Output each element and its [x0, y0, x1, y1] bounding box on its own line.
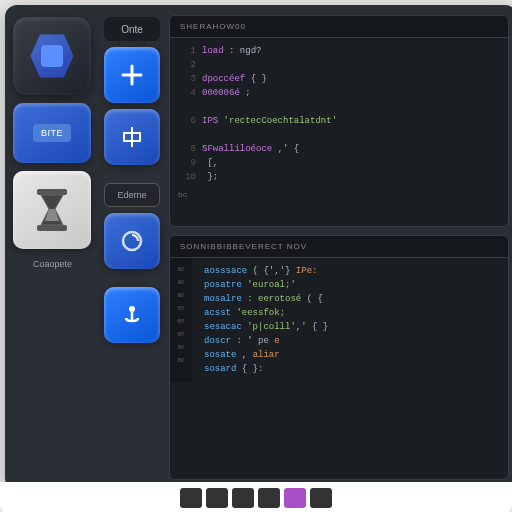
panel-top-title: SHERAHOW00	[170, 16, 508, 38]
badge-button[interactable]: BITE	[13, 103, 91, 163]
hourglass-caption: Coaopete	[13, 259, 92, 269]
keyboard-bar	[0, 482, 512, 512]
key[interactable]	[258, 488, 280, 508]
key[interactable]	[310, 488, 332, 508]
key[interactable]	[232, 488, 254, 508]
hourglass-button[interactable]	[13, 171, 91, 249]
plus-button[interactable]	[104, 47, 160, 103]
key-accent[interactable]	[284, 488, 306, 508]
refresh-icon	[119, 228, 145, 254]
align-center-icon	[118, 123, 146, 151]
panel-bottom-title: SONNIBBIBBEVERECT NOV	[170, 236, 508, 258]
key[interactable]	[206, 488, 228, 508]
code-body-bottom[interactable]: arararerererarar aosssace ( {','} IPe:po…	[170, 258, 508, 382]
svg-point-3	[129, 306, 135, 312]
top-pill[interactable]: Onte	[104, 17, 160, 41]
refresh-button[interactable]	[104, 213, 160, 269]
svg-rect-1	[37, 225, 67, 231]
logo-button[interactable]	[13, 17, 91, 95]
badge-label: BITE	[33, 124, 71, 142]
code-panel-top: SHERAHOW00 1load : ngd?2 3dpoccéef { }40…	[169, 15, 509, 227]
key[interactable]	[180, 488, 202, 508]
plus-icon	[119, 62, 145, 88]
hourglass-icon	[33, 187, 71, 233]
svg-rect-0	[37, 189, 67, 195]
outline-pill[interactable]: Ederne	[104, 183, 160, 207]
code-panel-bottom: SONNIBBIBBEVERECT NOV arararerererarar a…	[169, 235, 509, 480]
align-button[interactable]	[104, 109, 160, 165]
code-body-top[interactable]: 1load : ngd?2 3dpoccéef { }4000006é ; 6I…	[170, 38, 508, 208]
anchor-button[interactable]	[104, 287, 160, 343]
anchor-icon	[119, 302, 145, 328]
hex-icon	[28, 32, 76, 80]
